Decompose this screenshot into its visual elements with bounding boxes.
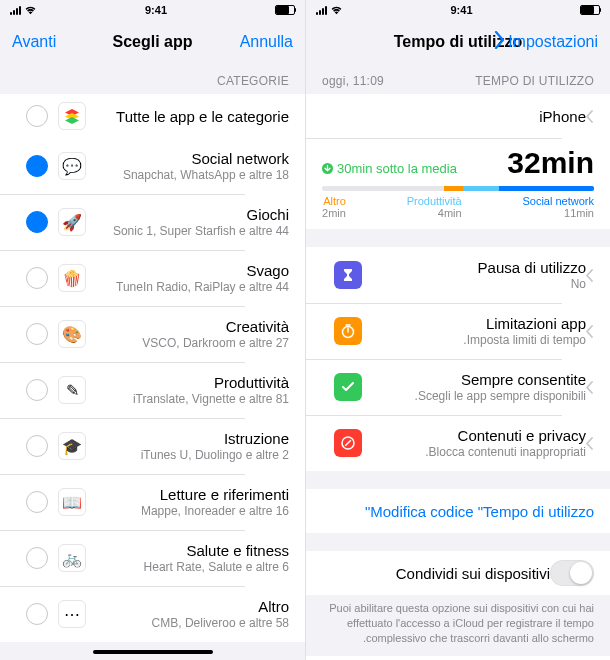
category-title: Altro [86, 598, 289, 615]
category-sub: Heart Rate, Salute e altre 6 [86, 560, 289, 574]
battery-icon [580, 5, 600, 15]
share-devices-row: Condividi sui dispositivi [306, 551, 610, 595]
chevron-right-icon [493, 31, 504, 53]
feature-sub: Scegli le app sempre disponibili. [362, 389, 586, 403]
edit-code-row[interactable]: Modifica codice "Tempo di utilizzo" [306, 489, 610, 533]
nav-back-button[interactable]: Impostazioni [493, 31, 598, 53]
next-button[interactable]: Avanti [12, 33, 56, 50]
stack-icon [58, 102, 86, 130]
category-sub: iTranslate, Vignette e altre 81 [86, 392, 289, 406]
timer-icon [334, 317, 362, 345]
check-icon [334, 373, 362, 401]
choose-apps-screen: 9:41 Annulla Scegli app Avanti CATEGORIE… [0, 0, 305, 660]
feature-title: Pausa di utilizzo [362, 259, 586, 276]
no-entry-icon [334, 429, 362, 457]
usage-bar [322, 186, 594, 191]
status-bar: 9:41 [0, 0, 305, 20]
radio-unchecked-icon[interactable] [26, 105, 48, 127]
category-row[interactable]: 🚲Salute e fitnessHeart Rate, Salute e al… [0, 530, 305, 586]
radio-unchecked-icon[interactable] [26, 491, 48, 513]
section-header: CATEGORIE [0, 64, 305, 94]
status-bar: 9:41 [306, 0, 610, 20]
all-apps-row[interactable]: Tutte le app e le categorie [0, 94, 305, 138]
category-icon: 🍿 [58, 264, 86, 292]
category-row[interactable]: ✎ProduttivitàiTranslate, Vignette e altr… [0, 362, 305, 418]
cellular-signal-icon [10, 6, 21, 15]
feature-sub: Imposta limiti di tempo. [362, 333, 586, 347]
feature-title: Contenuti e privacy [362, 427, 586, 444]
category-sub: iTunes U, Duolingo e altre 2 [86, 448, 289, 462]
legend-label: Altro [322, 195, 346, 207]
category-title: Produttività [86, 374, 289, 391]
category-row[interactable]: 🎨CreativitàVSCO, Darkroom e altre 27 [0, 306, 305, 362]
radio-unchecked-icon[interactable] [26, 379, 48, 401]
feature-row[interactable]: Pausa di utilizzoNo [306, 247, 610, 303]
category-sub: VSCO, Darkroom e altre 27 [86, 336, 289, 350]
legend-item: Produttività4min [407, 195, 462, 219]
category-icon: 📖 [58, 488, 86, 516]
feature-row[interactable]: Contenuti e privacyBlocca contenuti inap… [306, 415, 610, 471]
device-name: iPhone [322, 108, 586, 125]
radio-unchecked-icon[interactable] [26, 547, 48, 569]
category-title: Istruzione [86, 430, 289, 447]
category-icon: 🚀 [58, 208, 86, 236]
feature-sub: No [362, 277, 586, 291]
usage-segment [463, 186, 498, 191]
category-sub: CMB, Deliveroo e altre 58 [86, 616, 289, 630]
category-title: Social network [86, 150, 289, 167]
share-footnote: Puoi abilitare questa opzione sui dispos… [306, 595, 610, 656]
category-title: Giochi [86, 206, 289, 223]
radio-unchecked-icon[interactable] [26, 267, 48, 289]
usage-summary: 32min 30min sotto la media Social networ… [306, 138, 610, 229]
radio-checked-icon[interactable] [26, 155, 48, 177]
feature-row[interactable]: Sempre consentiteScegli le app sempre di… [306, 359, 610, 415]
section-label: CATEGORIE [217, 74, 289, 88]
chevron-left-icon [586, 381, 594, 394]
category-row[interactable]: 💬Social networkSnapchat, WhatsApp e altr… [0, 138, 305, 194]
feature-sub: Blocca contenuti inappropriati. [362, 445, 586, 459]
category-icon: 🚲 [58, 544, 86, 572]
feature-title: Limitazioni app [362, 315, 586, 332]
category-title: Letture e riferimenti [86, 486, 289, 503]
category-row[interactable]: 🍿SvagoTuneIn Radio, RaiPlay e altre 44 [0, 250, 305, 306]
usage-segment [499, 186, 594, 191]
category-sub: TuneIn Radio, RaiPlay e altre 44 [86, 280, 289, 294]
cancel-button[interactable]: Annulla [240, 33, 293, 50]
status-time: 9:41 [450, 4, 472, 16]
chevron-left-icon [586, 437, 594, 450]
feature-row[interactable]: Limitazioni appImposta limiti di tempo. [306, 303, 610, 359]
legend-item: Altro2min [322, 195, 346, 219]
nav-title: Scegli app [112, 33, 192, 50]
nav-bar: Impostazioni Tempo di utilizzo [306, 20, 610, 64]
radio-unchecked-icon[interactable] [26, 323, 48, 345]
category-icon: ✎ [58, 376, 86, 404]
legend-item: Social network11min [522, 195, 594, 219]
chevron-left-icon [586, 269, 594, 282]
category-row[interactable]: 🎓IstruzioneiTunes U, Duolingo e altre 2 [0, 418, 305, 474]
category-row[interactable]: ⋯AltroCMB, Deliveroo e altre 58 [0, 586, 305, 642]
hourglass-icon [334, 261, 362, 289]
radio-unchecked-icon[interactable] [26, 435, 48, 457]
legend-value: 2min [322, 207, 346, 219]
status-time: 9:41 [145, 4, 167, 16]
family-row[interactable]: Imposta tempo di utilizzo "In famiglia" [306, 656, 610, 660]
category-icon: ⋯ [58, 600, 86, 628]
share-toggle[interactable] [550, 560, 594, 586]
battery-icon [275, 5, 295, 15]
category-row[interactable]: 🚀GiochiSonic 1, Super Starfish e altre 4… [0, 194, 305, 250]
all-apps-label: Tutte le app e le categorie [86, 108, 289, 125]
chevron-left-icon [586, 325, 594, 338]
category-row[interactable]: 📖Letture e riferimentiMappe, Inoreader e… [0, 474, 305, 530]
delta-text: 30min sotto la media [322, 161, 457, 176]
home-indicator[interactable] [93, 650, 213, 654]
legend-label: Social network [522, 195, 594, 207]
radio-checked-icon[interactable] [26, 211, 48, 233]
radio-unchecked-icon[interactable] [26, 603, 48, 625]
category-title: Svago [86, 262, 289, 279]
category-title: Salute e fitness [86, 542, 289, 559]
total-time: 32min [507, 146, 594, 180]
device-row[interactable]: iPhone [306, 94, 610, 138]
legend-value: 11min [564, 207, 594, 219]
section-timestamp: oggi, 11:09 [322, 74, 384, 88]
category-icon: 💬 [58, 152, 86, 180]
